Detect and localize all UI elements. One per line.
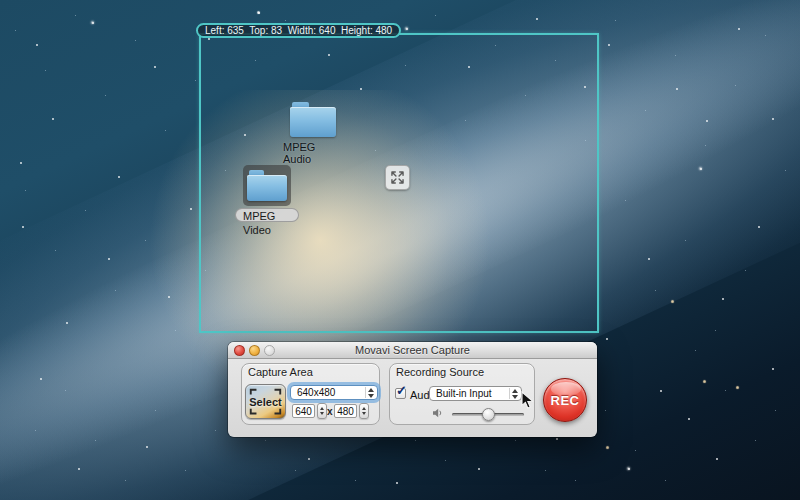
capture-height-stepper[interactable] [359, 403, 369, 419]
audio-checkbox[interactable]: ✓ [395, 388, 406, 399]
mouse-cursor [521, 391, 534, 410]
select-button-label: Select [249, 396, 281, 408]
zoom-icon[interactable] [264, 345, 275, 356]
stepper-arrows-icon [509, 388, 520, 399]
selection-info-badge: Left: 635 Top: 83 Width: 640 Height: 480 [196, 23, 401, 38]
close-icon[interactable] [234, 345, 245, 356]
capture-width-field[interactable] [292, 404, 315, 418]
capture-width-stepper[interactable] [317, 403, 327, 419]
recording-source-group: Recording Source ✓ Audio Built-in Input [389, 363, 535, 425]
folder-label: MPEG Video [235, 208, 299, 222]
desktop-icon-mpeg-audio[interactable]: MPEG Audio [283, 102, 343, 165]
checkmark-icon: ✓ [396, 383, 407, 398]
capture-size-preset-combobox[interactable]: 640x480 [290, 385, 378, 400]
folder-label: MPEG Audio [283, 141, 343, 165]
volume-slider-thumb[interactable] [482, 408, 495, 421]
window-titlebar[interactable]: Movavi Screen Capture [228, 342, 597, 359]
capture-area-group: Capture Area Select 640x480 [241, 363, 380, 425]
stepper-arrows-icon [365, 387, 376, 398]
preset-value: 640x480 [297, 387, 335, 398]
app-window: Movavi Screen Capture Capture Area Selec… [228, 342, 597, 437]
minimize-icon[interactable] [249, 345, 260, 356]
move-selection-handle[interactable] [385, 165, 410, 190]
speaker-icon [432, 407, 444, 419]
select-area-button[interactable]: Select [245, 384, 286, 419]
audio-input-combobox[interactable]: Built-in Input [429, 386, 522, 401]
rec-button-label: REC [551, 393, 580, 408]
recording-source-group-label: Recording Source [396, 366, 484, 378]
window-title: Movavi Screen Capture [355, 344, 470, 356]
capture-area-group-label: Capture Area [248, 366, 313, 378]
volume-slider[interactable] [452, 408, 524, 420]
folder-icon [247, 170, 287, 201]
dimension-separator: x [327, 406, 333, 417]
move-arrows-icon [388, 168, 407, 187]
audio-input-value: Built-in Input [436, 388, 492, 399]
selected-icon-highlight [243, 165, 291, 206]
desktop-icon-mpeg-video[interactable]: MPEG Video [235, 165, 299, 222]
rec-button[interactable]: REC [543, 378, 587, 422]
folder-icon [290, 102, 336, 137]
stars-layer-warm [0, 0, 3, 3]
desktop: Left: 635 Top: 83 Width: 640 Height: 480… [0, 0, 800, 500]
capture-height-field[interactable] [334, 404, 357, 418]
